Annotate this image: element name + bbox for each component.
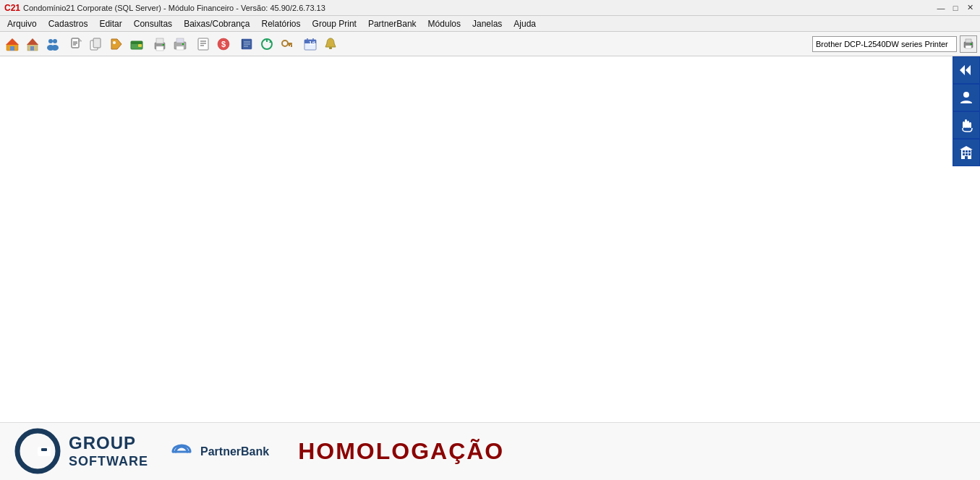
svg-point-18 [113, 41, 116, 44]
svg-rect-63 [969, 122, 971, 128]
refresh-icon-btn[interactable] [257, 35, 276, 53]
partnerbank-icon [170, 443, 196, 460]
svg-rect-25 [163, 44, 164, 46]
menu-arquivo[interactable]: Arquivo [1, 16, 43, 31]
svg-rect-69 [966, 153, 968, 155]
menu-consultas[interactable]: Consultas [128, 16, 178, 31]
title-bar: C21 Condomínio21 Corporate (SQL Server) … [0, 0, 980, 16]
home-icon-btn[interactable] [3, 35, 22, 53]
minimize-button[interactable]: — [935, 2, 947, 14]
alert-icon-btn[interactable] [321, 35, 340, 53]
wallet-icon-btn[interactable] [127, 35, 146, 53]
copy-icon-btn[interactable] [87, 35, 106, 53]
svg-point-59 [963, 92, 969, 98]
homologacao-label: HOMOLOGAÇÃO [298, 438, 504, 465]
svg-marker-11 [79, 38, 82, 41]
svg-rect-5 [30, 46, 34, 51]
svg-text:$: $ [221, 40, 226, 48]
svg-point-9 [51, 45, 59, 51]
svg-point-7 [53, 39, 57, 43]
menu-modulos[interactable]: Módulos [422, 16, 466, 31]
partnerbank-label: PartnerBank [200, 445, 269, 458]
group-software-logo: GROUP SOFTWARE [14, 428, 148, 475]
app-icon: C21 [4, 3, 20, 13]
svg-rect-52 [329, 47, 332, 49]
svg-rect-67 [968, 150, 971, 153]
svg-rect-56 [971, 43, 972, 45]
title-text: Condomínio21 Corporate (SQL Server) - Mó… [23, 4, 325, 12]
svg-rect-24 [156, 46, 163, 51]
person-action-button[interactable] [953, 84, 980, 111]
back-nav-button[interactable] [953, 56, 980, 84]
document-icon-btn[interactable] [67, 35, 85, 53]
title-bar-controls[interactable]: — □ ✕ [935, 2, 976, 14]
svg-rect-68 [963, 153, 965, 155]
svg-marker-58 [966, 65, 971, 75]
print-action-btn[interactable] [960, 35, 977, 53]
svg-rect-71 [965, 156, 968, 159]
svg-rect-54 [966, 39, 971, 43]
menu-group-print[interactable]: Group Print [307, 16, 362, 31]
people-icon-btn[interactable] [43, 35, 62, 53]
maximize-button[interactable]: □ [950, 2, 961, 14]
svg-rect-30 [198, 38, 208, 50]
hand-action-button[interactable] [953, 111, 980, 139]
book-icon-btn[interactable] [237, 35, 256, 53]
close-button[interactable]: ✕ [964, 2, 976, 14]
svg-marker-4 [27, 38, 38, 45]
title-bar-left: C21 Condomínio21 Corporate (SQL Server) … [4, 3, 325, 13]
svg-rect-21 [138, 44, 142, 47]
svg-rect-20 [131, 41, 142, 44]
svg-point-6 [48, 39, 53, 43]
toolbar-right [812, 35, 977, 53]
menu-baixas-cobranca[interactable]: Baixas/Cobrança [178, 16, 255, 31]
svg-rect-44 [287, 43, 292, 45]
partnerbank-logo: PartnerBank [170, 443, 269, 460]
printer-selector[interactable] [812, 36, 957, 52]
svg-marker-1 [6, 38, 19, 45]
toolbar: $ 15 [0, 32, 980, 56]
group-text: GROUP SOFTWARE [69, 433, 148, 469]
svg-rect-17 [93, 38, 101, 48]
house-icon-btn[interactable] [23, 35, 42, 53]
svg-rect-28 [176, 46, 184, 50]
right-panel [953, 56, 980, 166]
group-software-label: SOFTWARE [69, 454, 148, 470]
svg-rect-74 [38, 447, 51, 456]
svg-rect-62 [963, 121, 965, 128]
svg-rect-45 [291, 45, 292, 47]
bottom-logo-area: GROUP SOFTWARE PartnerBank HOMOLOGAÇÃO [0, 422, 980, 480]
svg-rect-60 [965, 119, 967, 128]
print-icon-btn[interactable] [150, 35, 169, 53]
svg-marker-57 [960, 65, 965, 75]
svg-rect-55 [966, 46, 971, 48]
dollar-icon-btn[interactable]: $ [214, 35, 233, 53]
svg-text:15: 15 [309, 40, 315, 46]
svg-rect-61 [967, 121, 969, 128]
svg-rect-70 [968, 153, 971, 155]
menu-bar: Arquivo Cadastros Editar Consultas Baixa… [0, 16, 980, 32]
svg-rect-29 [182, 43, 184, 45]
svg-rect-65 [963, 150, 965, 153]
svg-rect-27 [176, 38, 184, 43]
menu-cadastros[interactable]: Cadastros [43, 16, 94, 31]
svg-rect-37 [242, 39, 243, 49]
svg-rect-46 [289, 45, 290, 46]
svg-point-43 [282, 40, 288, 46]
group-logo-icon [14, 428, 61, 475]
calendar-icon-btn[interactable]: 15 [301, 35, 320, 53]
menu-editar[interactable]: Editar [93, 16, 127, 31]
menu-partnerbank[interactable]: PartnerBank [362, 16, 422, 31]
key-icon-btn[interactable] [278, 35, 297, 53]
menu-janelas[interactable]: Janelas [466, 16, 508, 31]
printer2-icon-btn[interactable] [171, 35, 189, 53]
main-content [0, 56, 980, 480]
svg-rect-23 [156, 38, 163, 43]
memo-icon-btn[interactable] [194, 35, 213, 53]
group-name-label: GROUP [69, 433, 148, 454]
menu-relatorios[interactable]: Relatórios [256, 16, 307, 31]
svg-rect-2 [10, 46, 14, 51]
menu-ajuda[interactable]: Ajuda [508, 16, 542, 31]
tag-icon-btn[interactable] [107, 35, 126, 53]
building-action-button[interactable] [953, 139, 980, 166]
